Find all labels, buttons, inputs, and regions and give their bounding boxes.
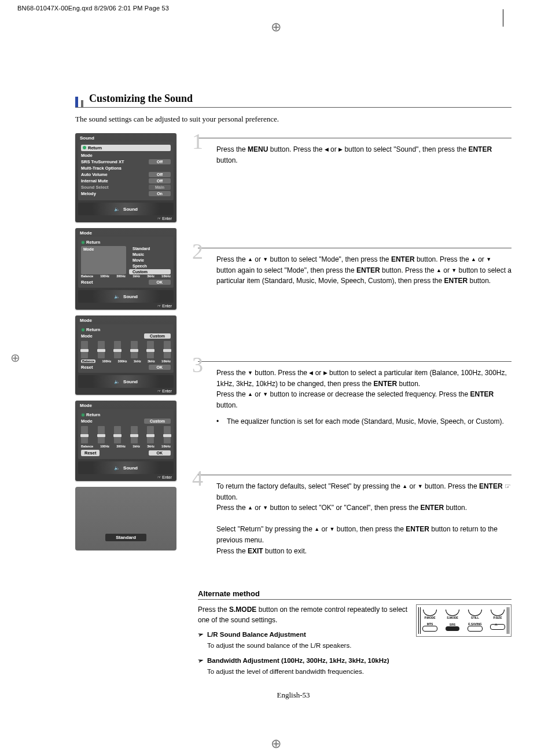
osd-footer: 🔈Sound [78,290,174,303]
osd-title: Mode [75,228,176,237]
crop-mark [503,9,511,27]
registration-mark-top: ⊕ [271,20,281,35]
up-arrow-icon: ▲ [248,504,253,512]
page-number: English-53 [75,691,511,700]
title-accent-grey [81,100,83,107]
osd-sound-menu: Sound Return Mode SRS TruSurround XTOff … [75,133,176,222]
print-header: BN68-01047X-00Eng.qxd 8/29/06 2:01 PM Pa… [17,5,169,12]
osd-reset-row: ResetOK [81,450,171,456]
pointer-icon: ➣ [197,655,205,666]
up-arrow-icon: ▲ [402,483,407,491]
alternate-method-section: Alternate method Press the S.MODE button… [198,588,511,681]
enter-glyph-icon: ☞ [505,482,511,490]
step-text: To return the factory defaults, select "… [216,481,511,556]
step-text: Press the ▲ or ▼ button to select "Mode"… [216,254,511,287]
down-arrow-icon: ▼ [248,369,253,377]
osd-title: Mode [75,401,176,409]
osd-enter-hint: Enter [75,474,176,480]
step-3: 3 Press the ▼ button. Press the ◀ or ▶ b… [198,357,511,470]
up-arrow-icon: ▲ [436,267,441,275]
up-arrow-icon: ▲ [471,256,476,264]
step-number: 1 [192,129,203,154]
osd-reset-row: ResetOK [81,365,171,370]
intro-text: The sound settings can be adjusted to su… [75,115,511,124]
down-arrow-icon: ▼ [451,267,457,275]
osd-eq-sliders [81,341,171,358]
osd-mode-label: Mode [81,246,126,274]
osd-title: Mode [75,315,176,324]
registration-mark-left: ⊕ [10,351,20,365]
osd-mode-list: Mode ◉ Return Mode Standard Music Movie … [75,228,176,310]
down-arrow-icon: ▼ [263,391,268,399]
pointer-icon: ➣ [197,629,205,640]
osd-row-srs: SRS TruSurround XTOff [81,159,171,164]
osd-mode-options: Standard Music Movie Speech Custom [129,246,171,274]
step-4: 4 To return the factory defaults, select… [198,470,511,583]
section-title-row: Customizing the Sound [75,93,511,108]
up-arrow-icon: ▲ [314,526,319,534]
osd-eq-labels: Balance100Hz300Hz1kHz3kHz10kHz [81,274,171,278]
osd-row-mode: Mode [81,153,171,158]
down-arrow-icon: ▼ [486,256,491,264]
osd-return-row: Return [81,145,171,151]
down-arrow-icon: ▼ [263,256,268,264]
step-number: 4 [192,465,203,491]
osd-row-mode: ModeCustom [81,333,171,339]
speaker-icon: 🔈 [114,294,120,299]
osd-eq-labels: Balance100Hz300Hz1kHz3kHz10kHz [81,359,171,363]
step-2: 2 Press the ▲ or ▼ button to select "Mod… [198,243,511,357]
osd-row-soundselect: Sound SelectMain [81,185,171,190]
step-number: 3 [192,352,203,377]
osd-mode-eq: Mode ◉ Return ModeCustom Balance100Hz300… [75,315,176,395]
left-column: Sound Return Mode SRS TruSurround XTOff … [75,133,182,551]
left-arrow-icon: ◀ [325,146,329,154]
speaker-icon: 🔈 [114,379,120,384]
osd-return-row: ◉ Return [81,412,171,417]
osd-row-melody: MelodyOn [81,191,171,196]
step-text: Press the ▼ button. Press the ◀ or ▶ but… [216,368,511,427]
osd-row-mode: ModeCustom [81,419,171,424]
speaker-icon: 🔈 [114,465,120,471]
osd-enter-hint: Enter [75,215,176,221]
osd-return-row: ◉ Return [81,327,171,332]
osd-title: Sound [75,133,176,142]
osd-footer: 🔈Sound [78,375,174,388]
step-bullet: •The equalizer function is set for each … [216,416,511,427]
step-1: 1 Press the MENU button. Press the ◀ or … [198,133,511,243]
osd-reset-row: ResetOK [81,280,171,285]
osd-mode-reset: Mode ◉ Return ModeCustom Balance100Hz300… [75,401,176,481]
osd-footer: 🔈Sound [78,203,174,215]
osd-standard-label: Standard [105,534,146,541]
osd-row-multitrack: Multi-Track Options [81,166,171,171]
registration-mark-bottom: ⊕ [271,736,281,751]
osd-eq-labels: Balance100Hz300Hz1kHz3kHz10kHz [81,445,171,448]
osd-eq-sliders [81,426,171,443]
osd-enter-hint: Enter [75,388,176,394]
remote-diagram: P.MODE S.MODE STILL P.SIZE MTS SRS E.SAV… [416,604,511,637]
remote-top-row: P.MODE S.MODE STILL P.SIZE [421,608,506,621]
right-arrow-icon: ▶ [323,369,327,377]
step-text: Press the MENU button. Press the ◀ or ▶ … [216,144,511,166]
osd-footer: 🔈Sound [78,461,174,474]
osd-standard-screen: Standard [75,487,176,551]
step-number: 2 [192,238,203,264]
section-title: Customizing the Sound [89,93,193,107]
right-column: 1 Press the MENU button. Press the ◀ or … [198,133,511,681]
osd-row-mute: Internal MuteOff [81,178,171,184]
down-arrow-icon: ▼ [263,504,268,512]
alternate-text: Press the S.MODE button on the remote co… [198,604,408,681]
up-arrow-icon: ▲ [248,256,253,264]
manual-page: BN68-01047X-00Eng.qxd 8/29/06 2:01 PM Pa… [0,0,552,756]
osd-enter-hint: Enter [75,303,176,309]
osd-row-autovol: Auto VolumeOff [81,172,171,177]
remote-bottom-row: MTS SRS E.SAVING ^ [421,621,506,633]
down-arrow-icon: ▼ [418,483,423,491]
osd-return-row: ◉ Return [81,240,171,245]
speaker-icon: 🔈 [114,207,120,212]
alternate-title: Alternate method [198,589,511,600]
title-accent-blue [75,97,78,107]
up-arrow-icon: ▲ [248,391,253,399]
